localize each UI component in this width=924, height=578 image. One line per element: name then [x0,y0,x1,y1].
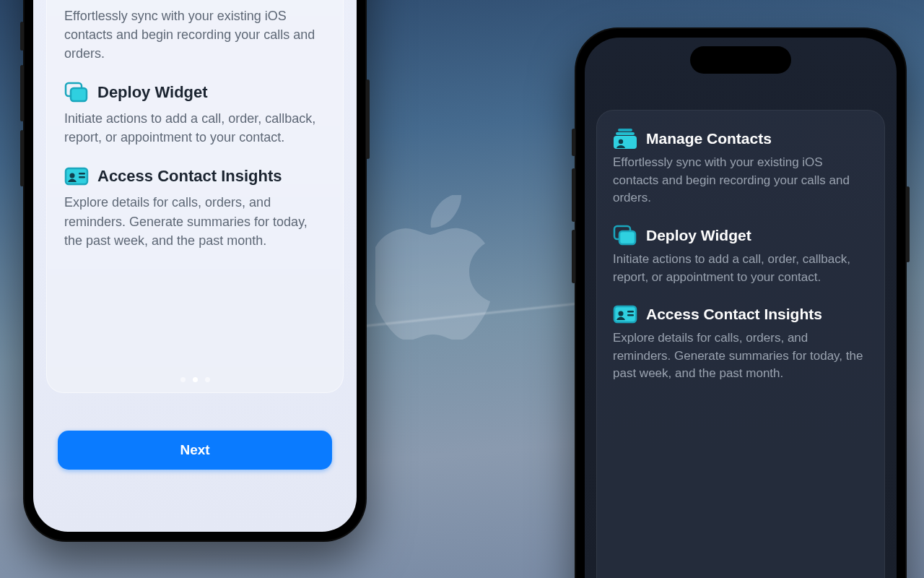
dynamic-island [690,46,791,74]
page-dot-active[interactable] [193,377,198,382]
svg-rect-5 [79,176,85,178]
svg-rect-7 [616,132,635,135]
page-dot[interactable] [205,377,210,382]
feature-body: Explore details for calls, orders, and r… [64,193,326,249]
action-button [20,130,24,186]
action-button [572,230,575,283]
page-indicator-light[interactable] [47,377,343,382]
widget-stack-icon [64,82,89,103]
widget-stack-icon [613,225,637,246]
svg-point-9 [619,139,623,144]
feature-body: Initiate actions to add a call, order, c… [64,109,326,147]
feature-body: Effortlessly sync with your existing iOS… [613,154,868,207]
power-button [906,186,910,262]
feature-title: Access Contact Insights [97,167,282,186]
page-dot[interactable] [180,377,186,382]
svg-rect-14 [627,311,634,313]
next-button-label: Next [180,442,209,458]
id-card-icon [64,165,89,187]
phone-mockup-light: Effortlessly sync with your existing iOS… [23,0,367,542]
svg-point-3 [70,173,75,178]
onboarding-card-dark: Manage Contacts Effortlessly sync with y… [596,110,885,578]
svg-rect-4 [79,173,85,175]
svg-rect-8 [614,136,637,149]
feature-title: Access Contact Insights [646,306,822,323]
feature-body: Initiate actions to add a call, order, c… [613,251,868,286]
volume-up-button [20,22,24,51]
feature-title: Manage Contacts [646,130,772,147]
svg-point-13 [619,311,624,316]
volume-down-button [20,65,24,121]
feature-contact-insights: Access Contact Insights Explore details … [613,303,868,383]
feature-body: Explore details for calls, orders, and r… [613,329,868,383]
feature-manage-contacts: Manage Contacts Effortlessly sync with y… [613,128,868,207]
feature-deploy-widget: Deploy Widget Initiate actions to add a … [64,82,326,147]
svg-rect-6 [618,129,632,131]
volume-up-button [572,129,575,156]
phone-screen-light: Effortlessly sync with your existing iOS… [33,0,357,532]
volume-down-button [572,168,575,222]
onboarding-card-light: Effortlessly sync with your existing iOS… [46,0,344,393]
id-card-icon [613,303,637,325]
feature-body: Effortlessly sync with your existing iOS… [64,7,326,63]
phone-screen-dark: Manage Contacts Effortlessly sync with y… [585,38,897,578]
feature-title: Deploy Widget [646,227,751,244]
power-button [366,79,370,159]
svg-rect-15 [627,314,634,316]
svg-rect-11 [619,231,635,244]
phone-mockup-dark: Manage Contacts Effortlessly sync with y… [575,27,907,578]
feature-title: Deploy Widget [97,83,208,102]
feature-deploy-widget: Deploy Widget Initiate actions to add a … [613,225,868,286]
apple-logo-wallpaper [375,195,498,340]
svg-rect-1 [71,88,87,101]
contacts-stack-icon [613,128,637,150]
next-button[interactable]: Next [58,431,332,470]
feature-manage-contacts: Effortlessly sync with your existing iOS… [64,7,326,63]
feature-contact-insights: Access Contact Insights Explore details … [64,165,326,249]
